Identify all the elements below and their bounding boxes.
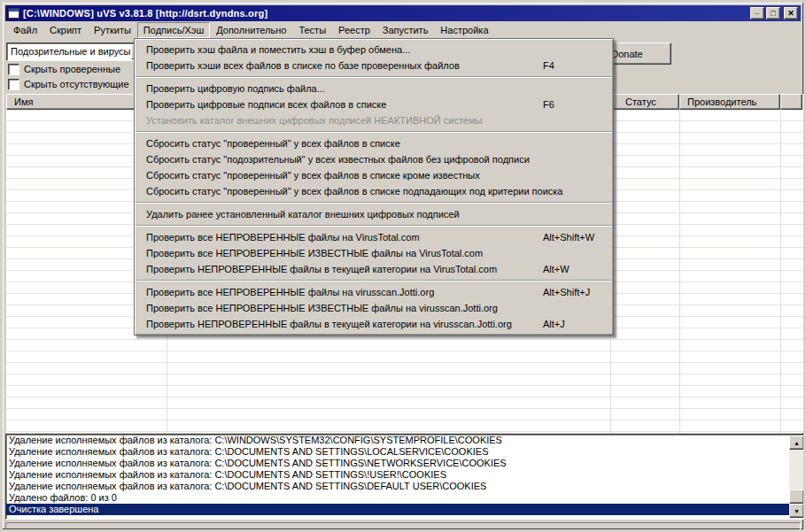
- minimize-button[interactable]: _: [750, 7, 764, 19]
- menu-item-label: Проверить НЕПРОВЕРЕННЫЕ файлы в текущей …: [146, 319, 512, 329]
- column-header-производитель[interactable]: Производитель: [679, 94, 780, 110]
- menu-дополнительно[interactable]: Дополнительно: [210, 22, 292, 38]
- column-divider: [679, 110, 680, 433]
- scroll-down-icon[interactable]: ▼: [789, 504, 804, 518]
- column-divider: [780, 110, 781, 433]
- menu-запустить[interactable]: Запустить: [376, 22, 435, 38]
- menu-item-label: Проверить НЕПРОВЕРЕННЫЕ файлы в текущей …: [146, 264, 497, 274]
- menu-скрипт[interactable]: Скрипт: [43, 22, 88, 38]
- menu-item-label: Сбросить статус "проверенный" у всех фай…: [146, 138, 400, 149]
- menu-separator: [136, 131, 612, 133]
- menu-реестр[interactable]: Реестр: [332, 22, 376, 38]
- menu-item-label: Удалить ранее установленный каталог внеш…: [146, 209, 460, 220]
- window-title: [C:\WINDOWS] uVS v3.81.8 [http://dsrt.dy…: [23, 8, 750, 19]
- menu-item[interactable]: Проверить цифровые подписи всех файлов в…: [136, 96, 612, 112]
- menu-настройка[interactable]: Настройка: [434, 22, 494, 38]
- menu-item[interactable]: Проверить НЕПРОВЕРЕННЫЕ файлы в текущей …: [136, 316, 612, 332]
- menu-item-label: Сбросить статус "проверенный" у всех фай…: [146, 170, 480, 181]
- category-select-value: Подозрительные и вирусы: [11, 46, 130, 57]
- menu-item[interactable]: Сбросить статус "проверенный" у всех фай…: [136, 167, 612, 183]
- menu-item[interactable]: Проверить все НЕПРОВЕРЕННЫЕ ИЗВЕСТНЫЕ фа…: [136, 245, 612, 261]
- menu-item-shortcut: F4: [543, 58, 554, 73]
- menu-item-label: Проверить хэши всех файлов в списке по б…: [146, 60, 460, 71]
- close-icon: ✕: [787, 10, 794, 18]
- menu-item-shortcut: Alt+Shift+W: [543, 229, 594, 245]
- window-controls: _□✕: [750, 7, 798, 19]
- menu-item-label: Проверить все НЕПРОВЕРЕННЫЕ ИЗВЕСТНЫЕ фа…: [146, 303, 498, 313]
- menu-bar: ФайлСкриптРуткитыПодпись/ХэшДополнительн…: [5, 21, 801, 38]
- menu-тесты[interactable]: Тесты: [292, 22, 332, 38]
- menu-руткиты[interactable]: Руткиты: [88, 22, 137, 38]
- menu-item-label: Проверить все НЕПРОВЕРЕННЫЕ файлы на Vir…: [146, 232, 420, 243]
- menu-item[interactable]: Проверить все НЕПРОВЕРЕННЫЕ ИЗВЕСТНЫЕ фа…: [136, 300, 612, 316]
- checkbox-label: Скрыть отсутствующие: [24, 79, 129, 89]
- checkbox-label: Скрыть проверенные: [24, 64, 120, 74]
- menu-item-label: Установить каталог внешних цифровых подп…: [146, 115, 482, 126]
- menu-item-label: Проверить хэш файла и поместить хэш в бу…: [146, 44, 410, 55]
- menu-item-shortcut: Alt+W: [543, 261, 570, 277]
- log-line[interactable]: Удалено файлов: 0 из 0: [6, 492, 790, 504]
- menu-item[interactable]: Сбросить статус "проверенный" у всех фай…: [136, 183, 612, 199]
- column-header[interactable]: [780, 94, 802, 110]
- checkbox-row[interactable]: Скрыть отсутствующие: [8, 78, 129, 90]
- menu-item-shortcut: Alt+Shift+J: [543, 284, 590, 300]
- menu-item[interactable]: Сбросить статус "подозрительный" у всех …: [136, 151, 612, 167]
- menu-item-shortcut: Alt+J: [543, 316, 565, 332]
- menu-item-label: Сбросить статус "подозрительный" у всех …: [146, 154, 530, 165]
- log-line[interactable]: Очистка завершена: [6, 504, 790, 515]
- maximize-icon: □: [771, 10, 775, 18]
- scrollbar-thumb[interactable]: [789, 490, 804, 504]
- menu-item[interactable]: Проверить НЕПРОВЕРЕННЫЕ файлы в текущей …: [136, 261, 612, 277]
- menu-файл[interactable]: Файл: [7, 22, 43, 38]
- menu-item-label: Проверить цифровую подпись файла...: [146, 83, 325, 94]
- menu-item-label: Проверить все НЕПРОВЕРЕННЫЕ ИЗВЕСТНЫЕ фа…: [146, 248, 483, 258]
- checkbox-row[interactable]: Скрыть проверенные: [8, 63, 120, 75]
- menu-separator: [136, 225, 612, 227]
- menu-подпись-хэш[interactable]: Подпись/Хэш: [137, 22, 210, 38]
- menu-item-label: Сбросить статус "проверенный" у всех фай…: [146, 186, 563, 197]
- checkbox-icon[interactable]: [8, 64, 19, 75]
- column-header-статус[interactable]: Статус: [610, 94, 679, 110]
- app-icon: [8, 8, 19, 19]
- donate-button-label: Donate: [611, 49, 642, 59]
- checkbox-icon[interactable]: [8, 79, 19, 90]
- log-line[interactable]: Удаление исполняемых файлов из каталога:…: [6, 458, 790, 469]
- log-line[interactable]: Удаление исполняемых файлов из каталога:…: [6, 446, 790, 458]
- status-bar: [5, 522, 801, 532]
- scroll-up-icon[interactable]: ▲: [789, 436, 804, 450]
- menu-item[interactable]: Удалить ранее установленный каталог внеш…: [136, 206, 612, 222]
- menu-item[interactable]: Проверить все НЕПРОВЕРЕННЫЕ файлы на vir…: [136, 284, 612, 300]
- menu-item-label: Проверить цифровые подписи всех файлов в…: [146, 99, 386, 110]
- menu-item[interactable]: Проверить все НЕПРОВЕРЕННЫЕ файлы на Vir…: [136, 229, 612, 245]
- app-window: [C:\WINDOWS] uVS v3.81.8 [http://dsrt.dy…: [0, 0, 806, 532]
- menu-item-shortcut: F6: [543, 96, 554, 112]
- menu-item: Установить каталог внешних цифровых подп…: [136, 112, 612, 128]
- log-list[interactable]: Удаление исполняемых файлов из каталога:…: [5, 434, 806, 520]
- menu-item-label: Проверить все НЕПРОВЕРЕННЫЕ файлы на vir…: [146, 287, 434, 297]
- title-bar[interactable]: [C:\WINDOWS] uVS v3.81.8 [http://dsrt.dy…: [5, 5, 801, 21]
- category-select[interactable]: Подозрительные и вирусы ▼: [6, 42, 148, 61]
- log-line[interactable]: Удаление исполняемых файлов из каталога:…: [6, 481, 790, 492]
- menu-item[interactable]: Сбросить статус "проверенный" у всех фай…: [136, 135, 612, 151]
- menu-separator: [136, 76, 612, 78]
- log-scrollbar[interactable]: ▲ ▼: [789, 436, 804, 518]
- log-line[interactable]: Удаление исполняемых файлов из каталога:…: [6, 469, 790, 481]
- minimize-icon: _: [755, 7, 759, 15]
- menu-item[interactable]: Проверить цифровую подпись файла...: [136, 81, 612, 96]
- menu-item[interactable]: Проверить хэш файла и поместить хэш в бу…: [136, 42, 612, 58]
- log-line[interactable]: Удаление исполняемых файлов из каталога:…: [6, 435, 790, 446]
- signature-hash-menu: Проверить хэш файла и поместить хэш в бу…: [134, 38, 614, 335]
- menu-separator: [136, 280, 612, 281]
- menu-item[interactable]: Проверить хэши всех файлов в списке по б…: [136, 58, 612, 73]
- menu-separator: [136, 202, 612, 204]
- close-button[interactable]: ✕: [784, 7, 798, 19]
- maximize-button[interactable]: □: [766, 7, 780, 19]
